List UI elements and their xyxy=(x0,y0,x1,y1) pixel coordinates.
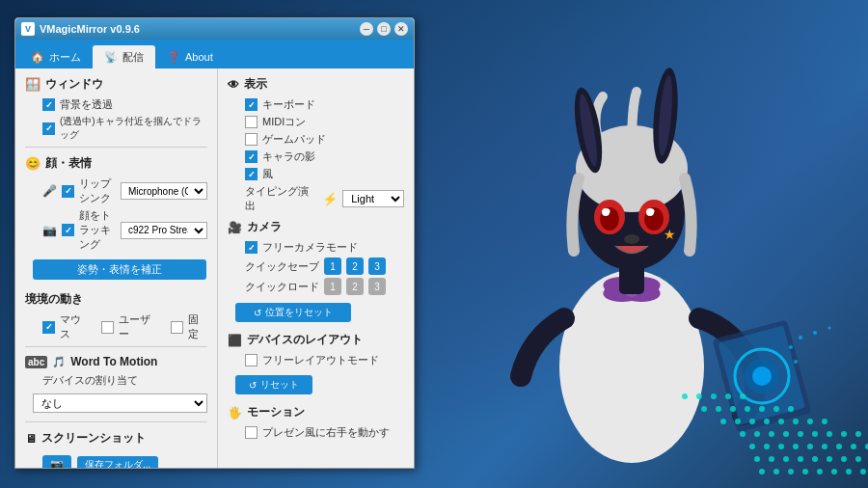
window-icon: 🪟 xyxy=(25,77,41,92)
quick-save-1-button[interactable]: 1 xyxy=(324,258,341,275)
tab-haishin-label: 配信 xyxy=(122,50,144,65)
face-icon: 😊 xyxy=(25,156,41,171)
window-controls: ─ □ ✕ xyxy=(360,22,408,36)
svg-point-44 xyxy=(754,456,760,462)
divider-1 xyxy=(25,147,207,148)
quick-load-1-button[interactable]: 1 xyxy=(324,278,341,295)
wind-label: 風 xyxy=(262,167,273,181)
face-section-header: 😊 顔・表情 xyxy=(25,155,207,172)
shadow-checkbox[interactable] xyxy=(245,150,258,163)
motion-icon: 🖐 xyxy=(228,406,242,420)
keyboard-row: キーボード xyxy=(228,97,404,112)
drag-checkbox[interactable] xyxy=(42,122,55,135)
close-button[interactable]: ✕ xyxy=(394,22,408,36)
minimize-button[interactable]: ─ xyxy=(360,22,373,36)
svg-point-70 xyxy=(730,406,736,412)
midi-checkbox[interactable] xyxy=(245,116,258,128)
lip-sync-checkbox[interactable] xyxy=(62,185,74,198)
fixed-checkbox[interactable] xyxy=(171,321,183,334)
free-camera-row: フリーカメラモード xyxy=(228,240,404,255)
screenshot-icon: 🖥 xyxy=(25,432,37,446)
device-reset-icon: ↺ xyxy=(249,380,257,391)
gamepad-row: ゲームパッド xyxy=(228,132,404,147)
quick-save-3-button[interactable]: 3 xyxy=(368,258,386,275)
free-layout-checkbox[interactable] xyxy=(245,354,258,366)
svg-point-46 xyxy=(783,456,789,462)
svg-point-62 xyxy=(749,419,755,424)
svg-point-25 xyxy=(752,366,772,386)
tab-haishin[interactable]: 📡 配信 xyxy=(93,45,155,68)
svg-point-64 xyxy=(778,419,784,424)
face-tracking-checkbox[interactable] xyxy=(62,224,74,236)
lip-sync-device-select[interactable]: Microphone (C xyxy=(121,182,207,200)
fixed-label: 固定 xyxy=(188,312,207,341)
face-tracking-device-select[interactable]: c922 Pro Strea xyxy=(121,222,207,239)
user-checkbox[interactable] xyxy=(101,321,114,334)
quick-load-3-button[interactable]: 3 xyxy=(368,278,386,295)
word-to-motion-header: abc 🎵 Word To Motion xyxy=(25,355,207,368)
svg-point-81 xyxy=(813,331,817,335)
tab-about[interactable]: ❓ About xyxy=(155,45,225,68)
take-screenshot-button[interactable]: 📷 xyxy=(42,455,71,468)
window-section-header: 🪟 ウィンドウ xyxy=(25,76,207,93)
face-tracking-label: 顔をトラッキング xyxy=(79,208,116,252)
display-section-header: 👁 表示 xyxy=(228,76,404,93)
save-folder-button[interactable]: 保存フォルダ... xyxy=(77,456,158,469)
svg-point-69 xyxy=(716,406,721,412)
svg-point-32 xyxy=(827,431,832,437)
svg-point-38 xyxy=(793,444,799,449)
bg-transparent-label: 背景を透過 xyxy=(60,97,113,112)
free-camera-checkbox[interactable] xyxy=(245,241,258,254)
adjust-pose-button[interactable]: 姿勢・表情を補正 xyxy=(33,259,206,280)
maximize-button[interactable]: □ xyxy=(377,22,391,36)
device-assign-select[interactable]: なし xyxy=(33,393,207,413)
svg-point-34 xyxy=(855,431,861,437)
bg-transparent-row: 背景を透過 xyxy=(25,97,207,112)
wind-checkbox[interactable] xyxy=(245,168,258,180)
shadow-label: キャラの影 xyxy=(262,149,315,164)
gamepad-checkbox[interactable] xyxy=(245,133,258,146)
device-reset-button[interactable]: ↺ リセット xyxy=(235,375,312,394)
mic-icon: 🎤 xyxy=(42,184,57,198)
wind-row: 風 xyxy=(228,167,404,181)
svg-point-58 xyxy=(846,469,852,474)
light-select[interactable]: Light Dark None xyxy=(342,190,404,207)
svg-point-50 xyxy=(841,456,847,462)
midi-row: MIDIコン xyxy=(228,115,404,129)
face-tracking-row: 📷 顔をトラッキング c922 Pro Strea xyxy=(25,208,207,252)
face-section-title: 顔・表情 xyxy=(45,155,92,172)
mouse-checkbox[interactable] xyxy=(42,321,55,334)
window-title: VMagicMirror v0.9.6 xyxy=(40,23,360,35)
display-icon: 👁 xyxy=(228,78,239,92)
svg-point-55 xyxy=(802,469,808,474)
body-motion-header: 境境の動き xyxy=(25,291,207,308)
left-panel: 🪟 ウィンドウ 背景を透過 (透過中)キャラ付近を掴んでドラッグ 😊 顔・表情 … xyxy=(15,68,218,468)
svg-point-41 xyxy=(836,444,842,449)
svg-point-47 xyxy=(798,456,803,462)
svg-point-33 xyxy=(841,431,847,437)
svg-point-76 xyxy=(696,393,702,399)
quick-save-label: クイックセーブ xyxy=(245,259,319,274)
svg-point-82 xyxy=(789,345,793,349)
quick-load-2-button[interactable]: 2 xyxy=(346,278,364,295)
tab-home[interactable]: 🏠 ホーム xyxy=(19,45,93,68)
quick-load-label: クイックロード xyxy=(245,280,319,294)
lightning-icon: ⚡ xyxy=(322,192,338,206)
bg-transparent-checkbox[interactable] xyxy=(42,98,55,111)
quick-save-2-button[interactable]: 2 xyxy=(346,258,364,275)
svg-point-67 xyxy=(822,419,827,424)
reset-position-button[interactable]: ↺ 位置をリセット xyxy=(235,303,351,322)
typing-output-label: タイピング演出 xyxy=(245,184,317,213)
present-motion-checkbox[interactable] xyxy=(245,426,258,439)
svg-point-71 xyxy=(745,406,750,412)
svg-point-80 xyxy=(799,336,802,339)
keyboard-checkbox[interactable] xyxy=(245,98,258,111)
motion-section-header: 🖐 モーション xyxy=(228,404,404,420)
motion-title: モーション xyxy=(247,404,305,420)
app-icon: V xyxy=(21,22,35,36)
content-area: 🪟 ウィンドウ 背景を透過 (透過中)キャラ付近を掴んでドラッグ 😊 顔・表情 … xyxy=(15,68,414,468)
svg-point-45 xyxy=(769,456,774,462)
device-layout-header: ⬛ デバイスのレイアウト xyxy=(228,332,404,348)
svg-point-31 xyxy=(812,431,818,437)
camera-section-header: 🎥 カメラ xyxy=(228,219,404,235)
